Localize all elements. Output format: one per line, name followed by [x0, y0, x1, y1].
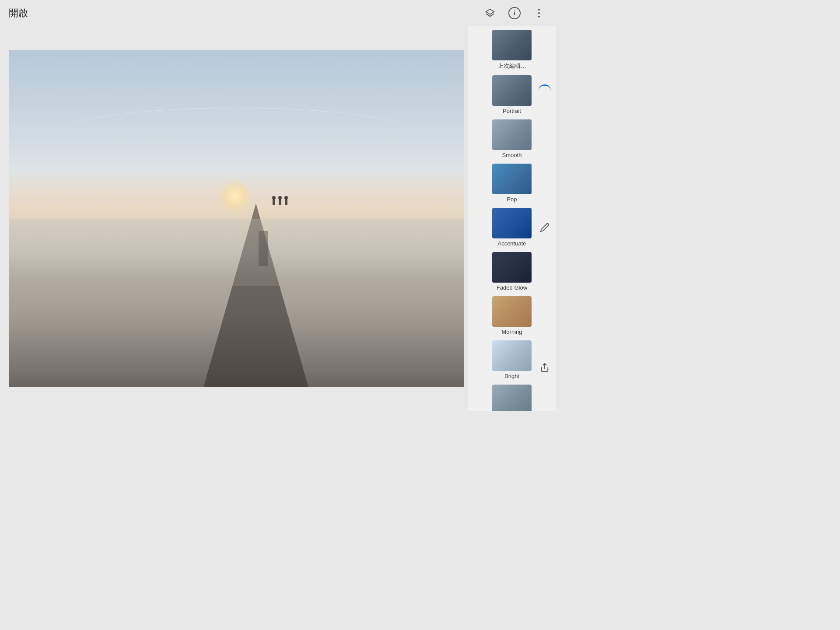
- share-icon: [540, 363, 550, 372]
- filter-label-smooth: Smooth: [502, 152, 522, 158]
- photo-overlay: [9, 50, 464, 387]
- thumb-scene-last-edited: [492, 30, 532, 60]
- header-left: 開啟: [9, 7, 28, 20]
- filter-label-portrait: Portrait: [503, 108, 521, 114]
- side-icon-strip: [534, 26, 556, 411]
- figure-1: [273, 199, 275, 205]
- filter-thumb-smooth: [492, 119, 532, 150]
- water-reflection: [9, 219, 464, 286]
- info-button[interactable]: i: [507, 5, 522, 21]
- cloud-arc: [54, 108, 418, 161]
- figure-2: [279, 199, 281, 205]
- filter-thumb-portrait: [492, 75, 532, 106]
- open-button[interactable]: 開啟: [9, 7, 28, 20]
- svg-marker-0: [486, 9, 494, 14]
- filter-label-faded-glow: Faded Glow: [497, 284, 527, 291]
- figure-3: [285, 199, 287, 205]
- photo-canvas: [9, 50, 464, 387]
- photo-background: [9, 50, 464, 387]
- share-icon-button[interactable]: [536, 359, 553, 376]
- pencil-icon-button[interactable]: [536, 219, 553, 236]
- rainbow-icon-button[interactable]: [536, 79, 553, 96]
- pencil-icon: [540, 223, 550, 232]
- filter-thumb-accentuate: [492, 208, 532, 238]
- info-icon: i: [508, 7, 521, 19]
- filter-label-accentuate: Accentuate: [497, 240, 526, 247]
- filter-thumb-more: [492, 385, 532, 411]
- filter-thumb-pop: [492, 164, 532, 194]
- photo-area: [0, 26, 468, 411]
- filter-label-morning: Morning: [502, 329, 522, 335]
- figures-group: [273, 199, 287, 205]
- filter-thumb-bright: [492, 340, 532, 371]
- header-right: i: [482, 5, 547, 21]
- sidebar-wrapper: 上次編輯… Portrait Smooth Pop Accentuate Fad: [468, 26, 556, 411]
- filter-thumb-morning: [492, 296, 532, 327]
- header: 開啟 i: [0, 0, 556, 26]
- filter-label-last-edited: 上次編輯…: [498, 62, 526, 70]
- layers-icon: [485, 8, 495, 18]
- filter-thumb-last-edited: [492, 30, 532, 60]
- filter-thumb-faded-glow: [492, 252, 532, 283]
- layers-button[interactable]: [482, 5, 498, 21]
- filter-label-pop: Pop: [507, 196, 517, 203]
- filter-label-bright: Bright: [504, 373, 519, 379]
- main-content: 上次編輯… Portrait Smooth Pop Accentuate Fad: [0, 26, 556, 411]
- more-icon: [538, 9, 540, 18]
- more-button[interactable]: [531, 5, 547, 21]
- rainbow-arc-icon: [539, 84, 551, 91]
